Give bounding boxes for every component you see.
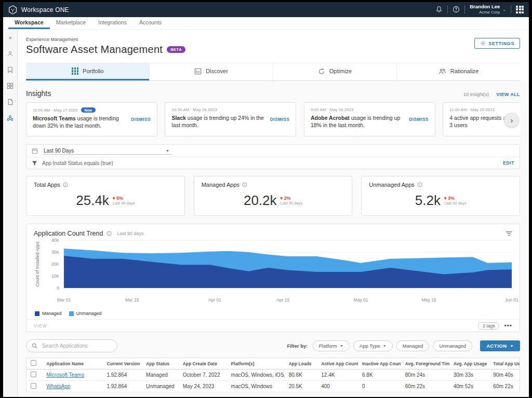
- gear-icon: [480, 40, 486, 46]
- row-checkbox[interactable]: [31, 372, 36, 377]
- svg-text:40K: 40K: [51, 238, 59, 243]
- notifications-bell-icon[interactable]: [435, 6, 443, 13]
- dismiss-button[interactable]: DISMISS: [131, 117, 151, 122]
- kpi-unmanaged-apps: Unmanaged Apps 5.2k ▾ 3%Last 90 days: [361, 176, 520, 216]
- col-total-app-usage[interactable]: Total App Usage: [489, 358, 520, 369]
- managed-legend-swatch: [35, 311, 39, 316]
- kpi-total-apps: Total Apps 25.4k ▾ 5%Last 90 days: [26, 176, 185, 216]
- svg-text:30K: 30K: [51, 250, 59, 255]
- application-count-trend-card: Application Count Trend Last 90 days 010…: [26, 224, 520, 332]
- tab-portfolio[interactable]: Portfolio: [26, 63, 149, 80]
- col-app-status[interactable]: App Status: [142, 358, 179, 369]
- help-icon[interactable]: [453, 6, 460, 13]
- table-header-row: Application Name Current Version App Sta…: [26, 358, 520, 369]
- col-inactive-app-count[interactable]: Inactive App Count: [358, 358, 401, 369]
- chevron-down-icon: ▼: [510, 344, 514, 348]
- svg-text:20K: 20K: [51, 262, 59, 267]
- info-icon[interactable]: [417, 182, 422, 187]
- sidebar-expand-icon[interactable]: »: [5, 33, 16, 42]
- filter-panel: Last 90 Days ▼ App Install Status equals…: [26, 144, 520, 169]
- tab-discover[interactable]: Discover: [149, 63, 273, 80]
- select-all-checkbox[interactable]: [31, 360, 36, 366]
- kpi-managed-apps: Managed Apps 20.2k ▾ 2%Last 90 days: [194, 176, 353, 216]
- filter-pill-app-type[interactable]: App Type▼: [353, 340, 393, 351]
- trend-down-icon: ▾: [444, 196, 447, 201]
- nav-tab-accounts[interactable]: Accounts: [133, 17, 168, 29]
- hexagon-logo-icon: [8, 5, 17, 15]
- col-platforms[interactable]: Platform(s): [227, 358, 285, 369]
- filter-pill-unmanaged[interactable]: Unmanaged: [433, 340, 472, 351]
- sidebar-bookmark-icon[interactable]: [5, 65, 16, 74]
- edit-filter-link[interactable]: EDIT: [503, 160, 514, 166]
- insight-timestamp: 10:30 AM · May 16 2023: [171, 107, 217, 112]
- user-menu[interactable]: Brandon Lee Acme Corp ⌄: [470, 4, 506, 15]
- kpi-value: 20.2k: [244, 193, 277, 209]
- insight-card: 10:30 AM · May 16 2023 Slack usage is tr…: [165, 102, 296, 136]
- row-checkbox[interactable]: [31, 383, 36, 389]
- svg-text:0: 0: [57, 285, 59, 291]
- tags-pill[interactable]: 2 tags: [478, 322, 499, 330]
- nav-tab-marketplace[interactable]: Marketplace: [50, 17, 92, 29]
- filter-pill-platform[interactable]: Platform▼: [313, 340, 350, 351]
- chevron-down-icon: ⌄: [502, 7, 506, 12]
- tab-optimize[interactable]: Optimize: [273, 63, 396, 80]
- col-avg-foreground-time[interactable]: Avg. Foreground Time: [401, 358, 449, 369]
- divider: [511, 5, 511, 13]
- col-avg-app-usage[interactable]: Avg. App Usage: [449, 358, 489, 369]
- info-icon[interactable]: [107, 231, 112, 236]
- col-current-version[interactable]: Current Version: [102, 358, 142, 369]
- dismiss-button[interactable]: DISMISS: [270, 117, 290, 122]
- chart-title: Application Count Trend: [34, 230, 103, 237]
- dismiss-button[interactable]: DISMISS: [409, 117, 429, 122]
- sidebar-document-icon[interactable]: [5, 97, 16, 106]
- kpi-value: 5.2k: [415, 193, 441, 209]
- search-icon: [32, 343, 37, 349]
- sidebar-user-icon[interactable]: [5, 49, 16, 58]
- sidebar-apps-icon[interactable]: [5, 81, 16, 90]
- search-input[interactable]: [41, 342, 112, 349]
- chart-filter-icon[interactable]: [506, 231, 512, 237]
- filter-pill-managed[interactable]: Managed: [396, 340, 430, 351]
- chart-legend: Managed Unmanaged: [35, 311, 512, 316]
- chevron-down-icon: ▼: [383, 344, 387, 348]
- svg-text:Mar 15: Mar 15: [125, 297, 139, 303]
- sidebar-asset-management-icon[interactable]: [5, 113, 16, 122]
- settings-button[interactable]: SETTINGS: [474, 38, 520, 49]
- page-header: Experience Management Software Asset Man…: [18, 30, 529, 81]
- nav-tab-integrations[interactable]: Integrations: [92, 17, 133, 29]
- main-area: Experience Management Software Asset Man…: [18, 30, 529, 397]
- kpi-row: Total Apps 25.4k ▾ 5%Last 90 days Manage…: [26, 176, 520, 216]
- view-all-link[interactable]: VIEW ALL: [496, 92, 520, 97]
- app-link[interactable]: Microsoft Teams: [46, 372, 84, 378]
- col-active-app-count[interactable]: Active App Count: [317, 358, 358, 369]
- insights-carousel: 11:00 AM · May 17 2023New Microsoft Team…: [26, 102, 520, 138]
- applications-table: Application Name Current Version App Sta…: [26, 358, 520, 392]
- nav-tab-workspace[interactable]: Workspace: [8, 17, 50, 29]
- more-options-icon[interactable]: •••: [504, 322, 512, 330]
- app-launcher-icon[interactable]: [516, 6, 524, 13]
- app-window: Workspace ONE Brandon Lee Acme Corp ⌄: [3, 2, 529, 397]
- svg-text:May 01: May 01: [354, 297, 368, 303]
- breadcrumb: Experience Management: [26, 37, 520, 42]
- insight-timestamp: 9:00 AM · May 16 2023: [311, 107, 354, 112]
- filter-rule-text: App Install Status equals (true): [42, 160, 113, 166]
- svg-text:Mar 01: Mar 01: [57, 297, 71, 303]
- application-count-trend-chart: 010K20K30K40KMar 01Mar 15Apr 01Apr 15May…: [34, 237, 512, 310]
- col-application-name[interactable]: Application Name: [42, 358, 102, 369]
- date-range-select[interactable]: Last 90 Days ▼: [43, 147, 171, 155]
- people-icon: [438, 68, 446, 75]
- search-box[interactable]: [26, 339, 117, 352]
- app-link[interactable]: WhatsApp: [46, 383, 70, 389]
- info-icon[interactable]: [63, 182, 68, 187]
- sync-icon: [318, 68, 325, 75]
- divider: [464, 5, 465, 13]
- insights-count: 10 insight(s): [463, 92, 489, 97]
- info-icon[interactable]: [242, 182, 247, 187]
- view-label: VIEW: [34, 323, 47, 328]
- col-app-create-date[interactable]: App Create Date: [179, 358, 227, 369]
- action-button[interactable]: ACTION▼: [480, 340, 520, 351]
- carousel-next-button[interactable]: ›: [504, 113, 519, 127]
- insight-timestamp: 11:00 AM · May 15 2023: [449, 107, 495, 112]
- col-app-loads[interactable]: App Loads: [285, 358, 317, 369]
- tab-rationalize[interactable]: Rationalize: [396, 63, 520, 80]
